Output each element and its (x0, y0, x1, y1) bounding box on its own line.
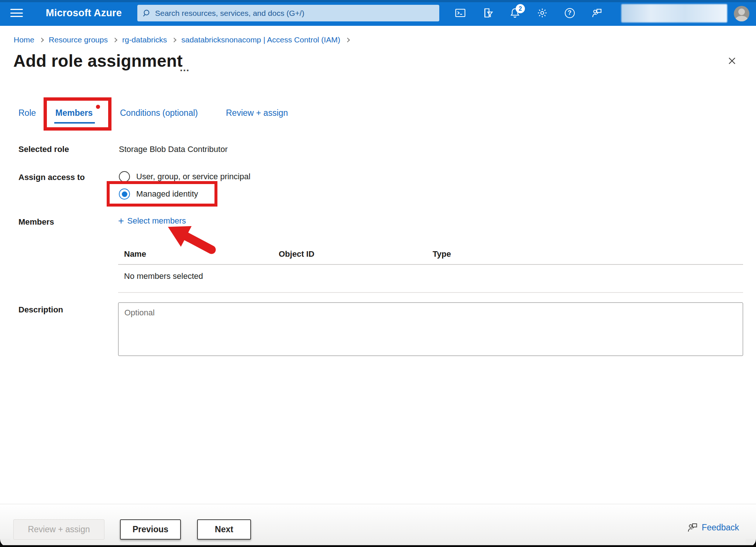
members-tab-red-dot (96, 105, 100, 109)
selected-role-value: Storage Blob Data Contributor (119, 145, 228, 154)
cloud-shell-icon[interactable] (455, 7, 466, 18)
breadcrumb: Home Resource groups rg-databricks sadat… (14, 35, 350, 44)
directories-filter-icon[interactable] (482, 7, 493, 18)
page-title: Add role assignment (13, 51, 183, 71)
help-icon[interactable]: ? (564, 7, 575, 18)
previous-button[interactable]: Previous (120, 519, 181, 540)
radio-managed-identity[interactable]: Managed identity (119, 188, 198, 200)
empty-members-row: No members selected (118, 265, 743, 292)
feedback-smiley-icon[interactable] (591, 7, 602, 18)
members-table: Name Object ID Type No members selected (118, 246, 743, 293)
feedback-link[interactable]: Feedback (687, 522, 739, 533)
description-textarea[interactable] (118, 302, 743, 356)
top-bar: Microsoft Azure 2 ? (0, 0, 756, 26)
description-label: Description (18, 305, 63, 315)
chevron-right-icon (345, 38, 350, 42)
tab-members[interactable]: Members (55, 108, 93, 118)
breadcrumb-home[interactable]: Home (14, 35, 34, 44)
members-label: Members (18, 217, 54, 227)
chevron-right-icon (113, 38, 117, 42)
search-input[interactable] (155, 9, 434, 18)
divider (118, 292, 743, 293)
radio-unselected-icon[interactable] (119, 171, 130, 182)
brand-title[interactable]: Microsoft Azure (46, 0, 122, 26)
search-icon (142, 9, 151, 18)
assign-access-to-label: Assign access to (18, 173, 85, 182)
chevron-right-icon (39, 38, 44, 42)
notifications-bell-icon[interactable]: 2 (509, 7, 520, 18)
feedback-person-icon (687, 522, 698, 533)
active-tab-underline (54, 122, 95, 124)
tab-conditions[interactable]: Conditions (optional) (120, 108, 198, 118)
more-options-ellipsis[interactable]: ... (180, 62, 189, 74)
members-table-header: Name Object ID Type (118, 246, 743, 264)
column-type: Type (433, 249, 451, 259)
column-object-id: Object ID (279, 249, 315, 259)
tab-review-assign[interactable]: Review + assign (226, 108, 288, 118)
column-name: Name (124, 249, 146, 259)
breadcrumb-storage-account-iam[interactable]: sadatabricksnonacomp | Access Control (I… (181, 35, 340, 44)
plus-icon: + (118, 217, 124, 225)
video-edge-artifact (0, 545, 756, 547)
account-avatar[interactable] (734, 6, 749, 21)
radio-user-group-service-principal[interactable]: User, group, or service principal (119, 171, 250, 182)
tab-role[interactable]: Role (18, 108, 36, 118)
chevron-right-icon (172, 38, 176, 42)
topbar-icons: 2 ? (455, 0, 602, 26)
review-assign-button[interactable]: Review + assign (13, 519, 104, 540)
azure-portal-page: Microsoft Azure 2 ? (0, 0, 756, 547)
next-button[interactable]: Next (197, 519, 251, 540)
notification-count-badge: 2 (516, 4, 525, 13)
breadcrumb-rg-databricks[interactable]: rg-databricks (122, 35, 167, 44)
footer-action-bar: Review + assign Previous Next Feedback (0, 504, 756, 547)
select-members-link[interactable]: + Select members (118, 216, 186, 226)
global-search[interactable] (137, 5, 439, 21)
hamburger-menu-icon[interactable] (10, 8, 23, 18)
account-info-redacted (621, 4, 727, 22)
settings-gear-icon[interactable] (537, 7, 548, 18)
breadcrumb-resource-groups[interactable]: Resource groups (49, 35, 108, 44)
selected-role-label: Selected role (18, 145, 69, 154)
radio-selected-icon[interactable] (119, 188, 130, 200)
close-icon[interactable] (724, 53, 740, 69)
